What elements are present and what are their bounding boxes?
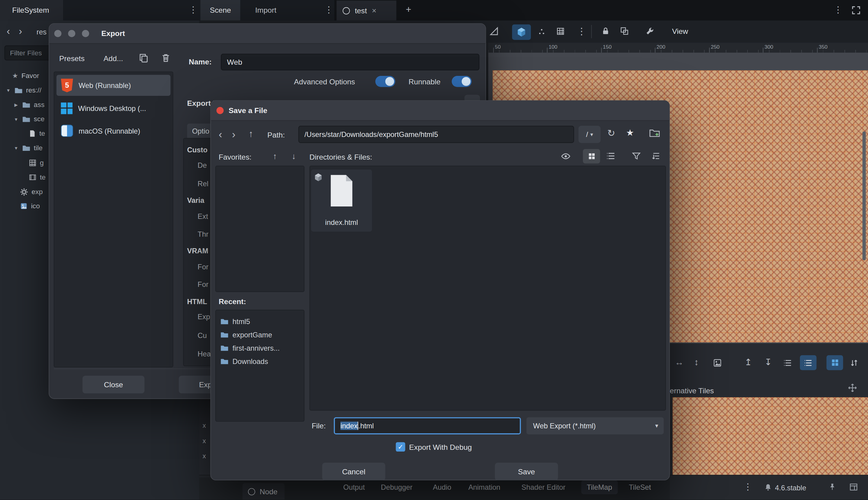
path-input[interactable] [298, 126, 574, 143]
preset-web[interactable]: 5 Web (Runnable) [57, 75, 171, 96]
lock-icon[interactable] [601, 26, 610, 35]
snap-menu-icon[interactable]: ⋮ [577, 26, 586, 36]
scene-tab-test[interactable]: test × [337, 1, 396, 21]
expand-panel-icon[interactable] [848, 383, 857, 392]
list-detail-view-button[interactable] [800, 355, 817, 370]
favorite-down-icon[interactable]: ↓ [292, 152, 296, 160]
tab-animation[interactable]: Animation [468, 483, 501, 491]
recent-item-exportgame[interactable]: exportGame [216, 328, 304, 341]
option-row[interactable]: Hea [198, 350, 211, 358]
tab-tileset[interactable]: TileSet [629, 483, 651, 491]
filter-funnel-icon[interactable] [632, 151, 641, 160]
view-menu[interactable]: View [672, 28, 688, 35]
root-dropdown-button[interactable]: / ▾ [578, 126, 600, 143]
option-row[interactable]: Cu [198, 331, 207, 340]
traffic-close-icon[interactable] [216, 107, 224, 114]
list-view-icon[interactable] [606, 151, 615, 160]
tabs-menu-icon[interactable]: ⋮ [324, 5, 333, 14]
refresh-icon[interactable]: ↻ [607, 128, 615, 138]
delete-preset-icon[interactable] [161, 53, 170, 62]
tab-shader-editor[interactable]: Shader Editor [521, 483, 566, 491]
add-preset-button[interactable]: Add... [104, 55, 123, 62]
show-hidden-eye-icon[interactable] [561, 151, 571, 161]
window-menu-icon[interactable]: ⋮ [834, 5, 842, 14]
grid-snap-icon[interactable] [556, 27, 564, 35]
save-dialog-titlebar[interactable]: Save a File [211, 101, 669, 121]
nav-back-icon[interactable]: ‹ [219, 129, 222, 140]
filename-input[interactable]: index.html [334, 417, 521, 434]
nav-up-icon[interactable]: ↑ [248, 129, 254, 138]
duplicate-preset-icon[interactable] [139, 53, 148, 62]
collapse-icon[interactable]: ▼ [13, 145, 19, 150]
sort-options-icon[interactable] [652, 151, 661, 160]
favorite-up-icon[interactable]: ↑ [273, 152, 277, 160]
collapse-icon[interactable]: ▼ [13, 117, 19, 122]
group-icon[interactable] [620, 26, 629, 35]
traffic-minimize-icon[interactable] [68, 30, 75, 37]
tab-audio[interactable]: Audio [433, 483, 451, 491]
pin-icon[interactable] [828, 482, 836, 491]
recent-item-html5[interactable]: html5 [216, 315, 304, 328]
preset-name-input[interactable] [221, 54, 479, 70]
option-row[interactable]: For [198, 280, 208, 288]
thumbnail-view-button[interactable] [583, 149, 600, 163]
favorite-star-icon[interactable]: ★ [626, 128, 634, 137]
grid-view-button[interactable] [826, 355, 843, 370]
smart-snap-icon[interactable] [538, 28, 546, 36]
preset-macos[interactable]: macOS (Runnable) [57, 120, 171, 141]
paint-h-icon[interactable]: ↔ [675, 358, 683, 367]
recent-item-downloads[interactable]: Downloads [216, 355, 304, 368]
dock-menu-icon[interactable]: ⋮ [189, 5, 198, 14]
fs-back-icon[interactable]: ‹ [7, 26, 10, 36]
preset-windows[interactable]: Windows Desktop (... [57, 98, 171, 119]
node-dock-tab[interactable]: Node [243, 483, 284, 500]
file-type-dropdown[interactable]: Web Export (*.html) ▾ [526, 417, 664, 434]
tab-output[interactable]: Output [343, 483, 365, 491]
tab-import[interactable]: Import [246, 0, 286, 21]
option-row[interactable]: De [198, 161, 207, 169]
collapse-icon[interactable]: ▼ [5, 88, 11, 93]
option-row[interactable]: Ext [198, 212, 208, 220]
nav-forward-icon[interactable]: › [232, 129, 236, 140]
file-item-index-html[interactable]: index.html [311, 170, 372, 231]
tile-cube-button[interactable] [512, 24, 531, 40]
option-row[interactable]: Thr [198, 230, 208, 238]
tab-tilemap[interactable]: TileMap [582, 480, 618, 494]
filesystem-dock-tab[interactable]: FileSystem [0, 0, 63, 21]
new-folder-icon[interactable] [649, 128, 660, 138]
cancel-button[interactable]: Cancel [322, 463, 385, 480]
export-with-debug-checkbox[interactable]: ✓ [396, 442, 405, 452]
tile-atlas-view[interactable] [672, 397, 868, 475]
export-dialog-titlebar[interactable]: Export [49, 24, 485, 44]
expand-window-icon[interactable] [852, 5, 861, 15]
wrench-icon[interactable] [645, 26, 654, 35]
files-grid[interactable]: index.html [309, 166, 666, 410]
list-view-icon[interactable] [784, 359, 792, 367]
close-button[interactable]: Close [82, 376, 144, 394]
option-row[interactable]: Rel [198, 180, 208, 188]
option-row[interactable]: For [198, 263, 208, 271]
notification-icon[interactable] [764, 483, 772, 491]
close-tab-icon[interactable]: × [372, 6, 376, 15]
texture-icon[interactable] [713, 359, 722, 367]
source-down-icon[interactable]: ↧ [764, 358, 772, 367]
viewport-scrollbar[interactable] [863, 131, 866, 260]
advanced-options-toggle[interactable] [375, 76, 395, 87]
tab-debugger[interactable]: Debugger [381, 483, 412, 491]
save-button[interactable]: Save [495, 463, 558, 480]
traffic-close-icon[interactable] [54, 30, 62, 37]
sort-icon[interactable] [850, 359, 859, 367]
ruler-mode-icon[interactable] [489, 26, 499, 37]
fs-forward-icon[interactable]: › [19, 26, 22, 36]
paint-v-icon[interactable]: ↕ [694, 358, 699, 367]
recent-item-first-anniversary[interactable]: first-annivers... [216, 341, 304, 355]
source-up-icon[interactable]: ↥ [744, 358, 752, 367]
favorites-list[interactable] [215, 166, 304, 292]
runnable-toggle[interactable] [452, 76, 472, 87]
panel-layout-icon[interactable] [849, 482, 858, 491]
traffic-zoom-icon[interactable] [82, 30, 89, 37]
add-scene-tab-button[interactable]: + [406, 5, 411, 14]
option-row[interactable]: Exp [198, 312, 210, 321]
status-menu-icon[interactable]: ⋮ [743, 482, 752, 491]
tab-scene[interactable]: Scene [201, 0, 241, 21]
